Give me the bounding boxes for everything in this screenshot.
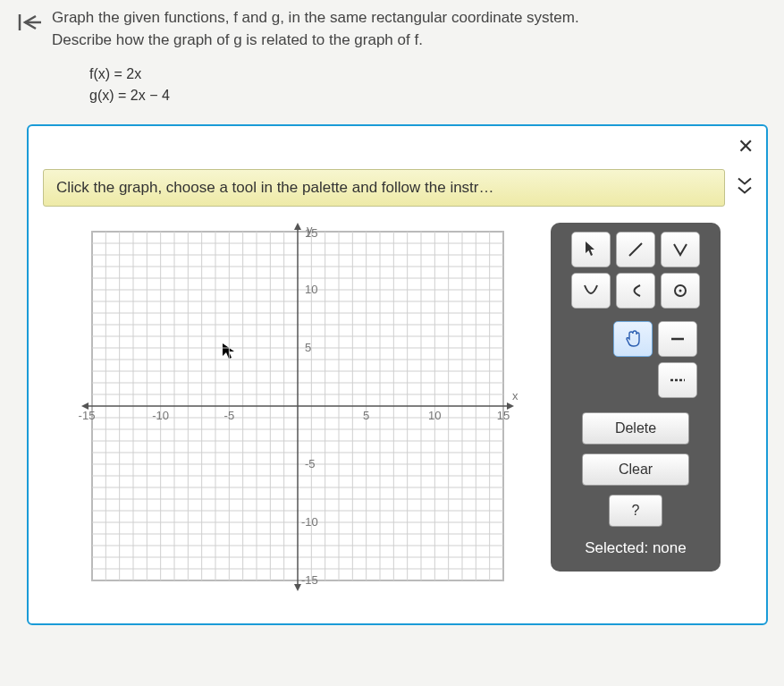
prompt-line-2: Describe how the graph of g is related t… [52, 31, 423, 48]
svg-marker-65 [294, 223, 301, 230]
v-shape-tool[interactable] [661, 232, 700, 267]
line-tool[interactable] [616, 232, 655, 267]
dashed-line-style[interactable] [658, 362, 697, 398]
help-button[interactable]: ? [609, 495, 662, 527]
x-tick: 5 [363, 409, 369, 422]
y-tick: 10 [305, 283, 317, 296]
back-button[interactable] [11, 7, 52, 38]
y-tick: 15 [305, 226, 317, 240]
x-tick: 15 [497, 409, 510, 422]
tool-palette: Delete Clear ? Selected: none [551, 223, 721, 572]
question-prompt: Graph the given functions, f and g, in t… [52, 7, 597, 51]
graph-panel: ✕ Click the graph, choose a tool in the … [27, 124, 768, 625]
svg-marker-66 [294, 584, 301, 591]
clear-button[interactable]: Clear [582, 453, 689, 486]
point-circle-tool[interactable] [661, 273, 700, 309]
svg-point-71 [679, 290, 682, 292]
x-tick: -15 [79, 409, 96, 422]
prompt-line-1: Graph the given functions, f and g, in t… [52, 9, 579, 26]
close-icon[interactable]: ✕ [738, 135, 754, 158]
y-tick: -10 [301, 515, 318, 529]
hand-tool[interactable] [613, 321, 653, 357]
y-tick: 5 [305, 341, 311, 354]
c-shape-tool[interactable] [616, 273, 655, 309]
instruction-text: Click the graph, choose a tool in the pa… [56, 179, 494, 196]
svg-line-69 [629, 243, 642, 256]
equation-g: g(x) = 2x − 4 [89, 85, 784, 106]
solid-line-style[interactable] [658, 321, 697, 357]
x-axis-label: x [512, 389, 518, 402]
x-tick: -5 [224, 409, 235, 422]
u-shape-tool[interactable] [571, 273, 611, 309]
equation-f: f(x) = 2x [89, 64, 784, 85]
coordinate-grid[interactable]: [] [61, 223, 535, 598]
equations-block: f(x) = 2x g(x) = 2x − 4 [0, 51, 784, 119]
delete-button[interactable]: Delete [582, 412, 689, 445]
x-tick: -10 [152, 409, 169, 422]
collapse-icon[interactable] [737, 177, 753, 199]
instruction-bar: Click the graph, choose a tool in the pa… [43, 169, 725, 207]
y-tick: -5 [305, 457, 316, 470]
selected-label: Selected: none [585, 539, 686, 557]
x-tick: 10 [428, 409, 441, 422]
pointer-tool[interactable] [571, 232, 611, 267]
y-tick: -15 [301, 573, 318, 587]
